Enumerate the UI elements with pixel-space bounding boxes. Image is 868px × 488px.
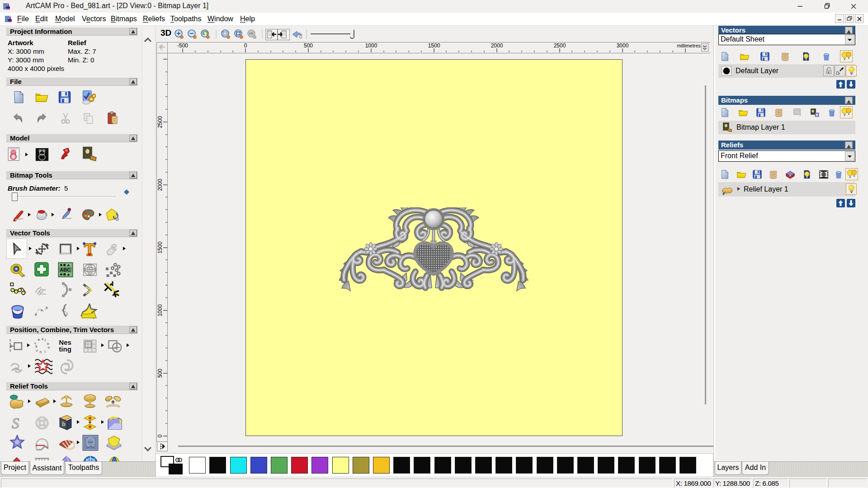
svg-text:millimetres: millimetres bbox=[677, 43, 701, 48]
svg-text:2000: 2000 bbox=[157, 178, 163, 191]
svg-text:3000: 3000 bbox=[617, 42, 629, 49]
svg-text:1500: 1500 bbox=[157, 241, 163, 253]
svg-text:0: 0 bbox=[157, 434, 163, 437]
svg-text:2500: 2500 bbox=[554, 42, 566, 49]
svg-text:-500: -500 bbox=[177, 42, 188, 49]
svg-text:2000: 2000 bbox=[491, 42, 503, 49]
svg-text:500: 500 bbox=[304, 42, 313, 49]
svg-text:500: 500 bbox=[157, 369, 163, 378]
svg-text:1000: 1000 bbox=[157, 304, 163, 316]
svg-text:1500: 1500 bbox=[428, 42, 440, 49]
svg-text:1000: 1000 bbox=[365, 42, 377, 49]
svg-text:2500: 2500 bbox=[157, 116, 163, 128]
svg-text:0: 0 bbox=[244, 42, 247, 49]
